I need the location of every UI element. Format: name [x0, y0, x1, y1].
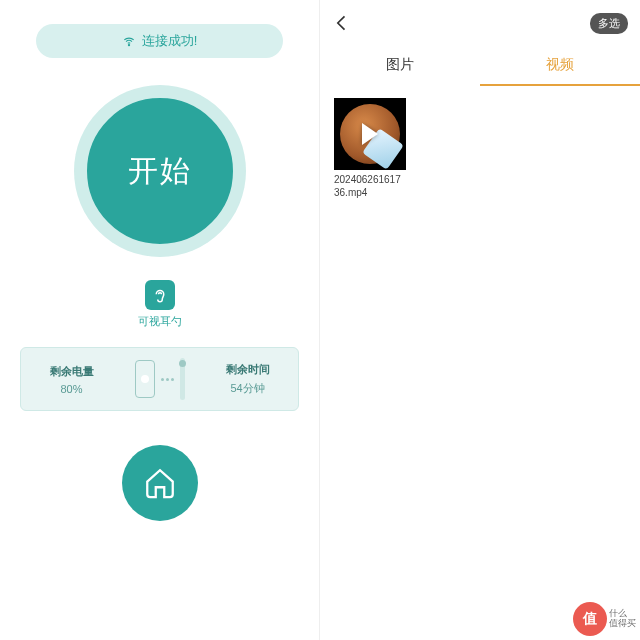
- tab-photos[interactable]: 图片: [320, 46, 480, 86]
- media-tabs: 图片 视频: [320, 46, 640, 86]
- main-app-screen: 连接成功! 开始 可视耳勺 剩余电量 80% 剩余时间 54分钟: [0, 0, 320, 640]
- back-icon[interactable]: [332, 13, 352, 33]
- watermark-icon: 值: [573, 602, 607, 636]
- start-label: 开始: [128, 151, 192, 192]
- multiselect-button[interactable]: 多选: [590, 13, 628, 34]
- gallery-screen: 多选 图片 视频 20240626161736.mp4: [320, 0, 640, 640]
- battery-label: 剩余电量: [50, 364, 94, 379]
- connection-banner: 连接成功!: [36, 24, 283, 58]
- time-label: 剩余时间: [226, 362, 270, 377]
- start-area: 开始: [0, 86, 319, 256]
- time-stat: 剩余时间 54分钟: [226, 362, 270, 396]
- battery-value: 80%: [60, 383, 82, 395]
- tab-videos[interactable]: 视频: [480, 46, 640, 86]
- filename-label: 20240626161736.mp4: [334, 174, 406, 199]
- connection-dots: [161, 378, 174, 381]
- watermark-line2: 值得买: [609, 619, 636, 629]
- earscope-icon: [180, 358, 185, 400]
- time-value: 54分钟: [230, 381, 264, 396]
- video-thumbnail[interactable]: [334, 98, 406, 170]
- status-card: 剩余电量 80% 剩余时间 54分钟: [20, 347, 299, 411]
- home-button[interactable]: [122, 445, 198, 521]
- svg-point-0: [128, 45, 129, 46]
- watermark: 值 什么 值得买: [573, 602, 636, 636]
- play-icon: [362, 123, 378, 145]
- home-icon: [143, 466, 177, 500]
- device-diagram: [135, 358, 185, 400]
- ear-icon: [145, 280, 175, 310]
- start-button[interactable]: 开始: [75, 86, 245, 256]
- list-item[interactable]: 20240626161736.mp4: [334, 98, 406, 199]
- topbar: 多选: [320, 0, 640, 46]
- wifi-icon: [122, 34, 136, 48]
- battery-stat: 剩余电量 80%: [50, 364, 94, 395]
- connection-status-text: 连接成功!: [142, 32, 198, 50]
- phone-icon: [135, 360, 155, 398]
- media-grid: 20240626161736.mp4: [320, 86, 640, 211]
- app-mark[interactable]: 可视耳勺: [0, 280, 319, 329]
- app-label: 可视耳勺: [138, 314, 182, 329]
